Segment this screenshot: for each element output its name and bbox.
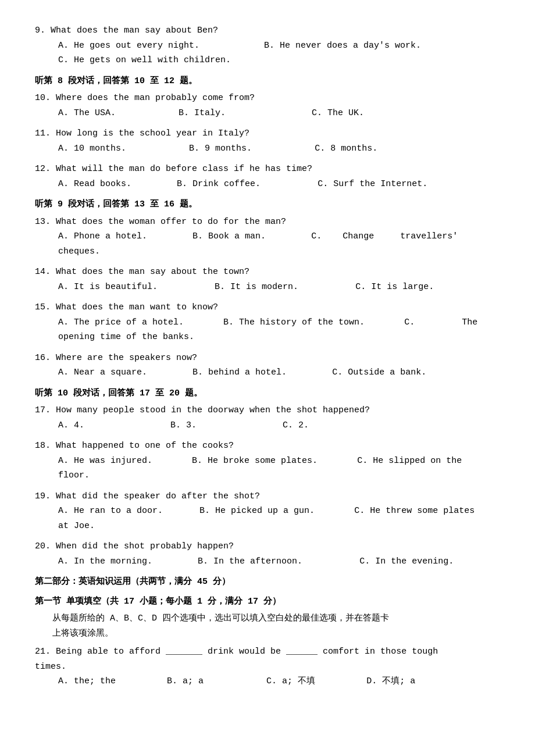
q19-optA: A. He ran to a door. (58, 506, 163, 516)
q15-options: A. The price of a hotel. B. The history … (58, 315, 500, 330)
q21-cont: times. (35, 659, 500, 675)
q18-options: A. He was injured. B. He broke some plat… (58, 454, 500, 469)
q20-optC: C. In the evening. (359, 557, 454, 566)
q10-options: A. The USA. B. Italy. C. The UK. (58, 106, 500, 121)
q11-text: How long is the school year in Italy? (56, 129, 249, 138)
q16-number: 16. (35, 353, 51, 363)
q15-optA: A. The price of a hotel. (58, 318, 184, 327)
question-20: 20. When did the shot probably happen? A… (35, 539, 500, 569)
q10-optB: B. Italy. (179, 108, 226, 118)
section1-header: 第一节 单项填空（共 17 小题；每小题 1 分，满分 17 分） (35, 594, 500, 609)
q10-number: 10. (35, 93, 51, 103)
question-12: 12. What will the man do before class if… (35, 162, 500, 191)
q17-options: A. 4. B. 3. C. 2. (58, 418, 500, 433)
q21-optB: B. a; a (167, 676, 204, 686)
q16-optB: B. behind a hotel. (192, 368, 287, 377)
q11-number: 11. (35, 129, 51, 138)
q11-options: A. 10 months. B. 9 months. C. 8 months. (58, 141, 500, 156)
question-14: 14. What does the man say about the town… (35, 265, 500, 294)
question-18: 18. What happened to one of the cooks? A… (35, 438, 500, 483)
q18-optA: A. He was injured. (58, 456, 152, 466)
q13-optC: C. Change travellers' (311, 231, 458, 241)
q20-optA: A. In the morning. (58, 557, 152, 566)
section-9-header: 听第 9 段对话，回答第 13 至 16 题。 (35, 197, 500, 212)
q12-number: 12. (35, 164, 51, 174)
section-10-header: 听第 10 段对话，回答第 17 至 20 题。 (35, 386, 500, 401)
q18-optB: B. He broke some plates. (192, 456, 318, 466)
q15-optC: C. The (404, 318, 477, 327)
question-21: 21. Being able to afford _______ drink w… (35, 644, 500, 689)
q10-optC: C. The UK. (312, 108, 364, 118)
q13-options: A. Phone a hotel. B. Book a man. C. Chan… (58, 229, 500, 244)
intro-line2: 上将该项涂黑。 (52, 629, 113, 639)
q20-number: 20. (35, 541, 51, 551)
q21-options: A. the; the B. a; a C. a; 不填 D. 不填; a (58, 674, 500, 689)
q9-optA: A. He goes out every night. (58, 41, 199, 51)
q17-optC: C. 2. (283, 420, 309, 430)
q17-optA: A. 4. (58, 420, 84, 430)
q14-options: A. It is beautiful. B. It is modern. C. … (58, 280, 500, 295)
q9-optC-row: C. He gets on well with children. (58, 53, 500, 68)
q16-options: A. Near a square. B. behind a hotel. C. … (58, 365, 500, 380)
section-8-header: 听第 8 段对话，回答第 10 至 12 题。 (35, 74, 500, 89)
q14-text: What does the man say about the town? (56, 267, 249, 277)
q16-optA: A. Near a square. (58, 368, 147, 377)
question-17: 17. How many people stood in the doorway… (35, 403, 500, 433)
question-10: 10. Where does the man probably come fro… (35, 91, 500, 120)
q16-text: Where are the speakers now? (56, 353, 197, 363)
q19-text: What did the speaker do after the shot? (56, 491, 260, 501)
q21-number: 21. (35, 647, 51, 657)
intro-line1: 从每题所给的 A、B、C、D 四个选项中，选出可以填入空白处的最佳选项，并在答题… (52, 614, 389, 623)
q9-options: A. He goes out every night. B. He never … (58, 38, 500, 54)
q18-number: 18. (35, 441, 51, 451)
q20-text: When did the shot probably happen? (56, 541, 234, 551)
q17-optB: B. 3. (170, 420, 197, 430)
question-19: 19. What did the speaker do after the sh… (35, 489, 500, 534)
q20-optB: B. In the afternoon. (198, 557, 302, 566)
q19-optB: B. He picked up a gun. (199, 506, 315, 516)
q15-optC-cont: opening time of the banks. (58, 330, 500, 345)
q21-text: Being able to afford _______ drink would… (56, 647, 438, 657)
question-9: 9. What does the man say about Ben? A. H… (35, 23, 500, 68)
question-11: 11. How long is the school year in Italy… (35, 126, 500, 156)
q20-options: A. In the morning. B. In the afternoon. … (58, 554, 500, 569)
q13-optB: B. Book a man. (192, 231, 266, 241)
q14-optC: C. It is large. (355, 282, 434, 292)
q11-optA: A. 10 months. (58, 144, 126, 154)
q19-number: 19. (35, 491, 51, 501)
q18-optC: C. He slipped on the (357, 456, 462, 466)
q11-optC: C. 8 months. (315, 144, 377, 154)
q17-number: 17. (35, 405, 51, 415)
q18-optC-cont: floor. (58, 468, 500, 483)
q19-optC-cont: at Joe. (58, 519, 500, 534)
q14-optA: A. It is beautiful. (58, 282, 158, 292)
q16-optC: C. Outside a bank. (332, 368, 426, 377)
q17-text: How many people stood in the doorway whe… (56, 405, 370, 415)
q10-optA: A. The USA. (58, 108, 116, 118)
q21-optC: C. a; 不填 (266, 676, 315, 686)
q13-text: What does the woman offer to do for the … (56, 217, 286, 227)
question-13: 13. What does the woman offer to do for … (35, 215, 500, 259)
q10-text: Where does the man probably come from? (56, 93, 255, 103)
q9-optB: B. He never does a day's work. (222, 41, 421, 51)
q12-text: What will the man do before class if he … (56, 164, 312, 174)
question-16: 16. Where are the speakers now? A. Near … (35, 351, 500, 380)
q15-optB: B. The history of the town. (223, 318, 365, 327)
part2-header: 第二部分：英语知识运用（共两节，满分 45 分） (35, 575, 500, 590)
q13-number: 13. (35, 217, 51, 227)
q15-number: 15. (35, 302, 51, 312)
q19-options: A. He ran to a door. B. He picked up a g… (58, 504, 500, 519)
q15-text: What does the man want to know? (56, 302, 218, 312)
q12-optC: C. Surf the Internet. (318, 179, 427, 189)
q13-optC-cont: cheques. (58, 244, 500, 259)
q9-optC: C. He gets on well with children. (58, 55, 231, 65)
section1-intro: 从每题所给的 A、B、C、D 四个选项中，选出可以填入空白处的最佳选项，并在答题… (52, 611, 500, 641)
q19-optC: C. He threw some plates (354, 506, 475, 516)
q12-optB: B. Drink coffee. (177, 179, 261, 189)
q14-number: 14. (35, 267, 51, 277)
q12-options: A. Read books. B. Drink coffee. C. Surf … (58, 177, 500, 192)
part2-label: 第二部分：英语知识运用（共两节，满分 45 分） (35, 577, 230, 587)
q21-optA: A. the; the (58, 676, 116, 686)
q13-optA: A. Phone a hotel. (58, 231, 147, 241)
q9-text: What does the man say about Ben? (51, 26, 218, 35)
